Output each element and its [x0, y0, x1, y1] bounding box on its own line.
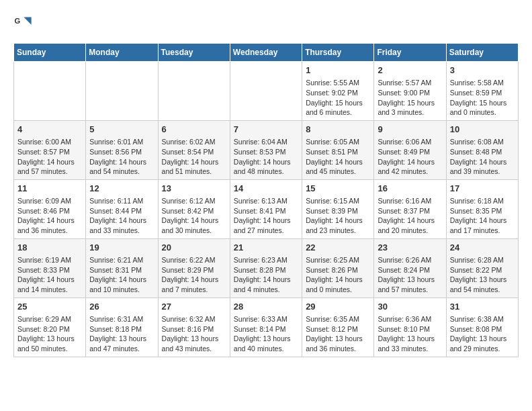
calendar-cell: 10Sunrise: 6:08 AM Sunset: 8:48 PM Dayli…: [446, 120, 518, 179]
weekday-header-friday: Friday: [374, 44, 446, 62]
day-number: 14: [234, 183, 298, 195]
calendar-cell: [14, 62, 86, 121]
calendar-cell: 23Sunrise: 6:26 AM Sunset: 8:24 PM Dayli…: [374, 238, 446, 298]
day-info: Sunrise: 6:21 AM Sunset: 8:31 PM Dayligh…: [89, 255, 154, 295]
weekday-header-saturday: Saturday: [446, 44, 518, 62]
calendar-cell: 3Sunrise: 5:58 AM Sunset: 8:59 PM Daylig…: [446, 62, 518, 121]
calendar-week-row: 25Sunrise: 6:29 AM Sunset: 8:20 PM Dayli…: [14, 298, 519, 357]
day-number: 1: [306, 64, 370, 77]
day-number: 11: [17, 183, 82, 195]
day-number: 22: [306, 242, 370, 254]
day-info: Sunrise: 6:18 AM Sunset: 8:35 PM Dayligh…: [450, 196, 515, 236]
day-number: 23: [378, 242, 442, 254]
day-number: 8: [306, 124, 370, 136]
calendar-week-row: 11Sunrise: 6:09 AM Sunset: 8:46 PM Dayli…: [14, 179, 519, 238]
weekday-header-wednesday: Wednesday: [230, 44, 302, 62]
day-info: Sunrise: 6:13 AM Sunset: 8:41 PM Dayligh…: [234, 196, 298, 236]
day-number: 26: [89, 301, 154, 313]
day-info: Sunrise: 6:28 AM Sunset: 8:22 PM Dayligh…: [450, 255, 515, 295]
weekday-header-monday: Monday: [86, 44, 158, 62]
weekday-header-thursday: Thursday: [302, 44, 374, 62]
calendar-cell: 7Sunrise: 6:04 AM Sunset: 8:53 PM Daylig…: [230, 120, 302, 179]
day-info: Sunrise: 6:25 AM Sunset: 8:26 PM Dayligh…: [306, 255, 370, 295]
day-number: 7: [234, 124, 298, 136]
day-number: 24: [450, 242, 515, 254]
weekday-header-tuesday: Tuesday: [158, 44, 230, 62]
calendar-cell: 8Sunrise: 6:05 AM Sunset: 8:51 PM Daylig…: [302, 120, 374, 179]
day-info: Sunrise: 6:16 AM Sunset: 8:37 PM Dayligh…: [378, 196, 442, 236]
logo: G: [13, 13, 35, 32]
day-info: Sunrise: 6:09 AM Sunset: 8:46 PM Dayligh…: [17, 196, 82, 236]
svg-text:G: G: [14, 17, 20, 25]
day-info: Sunrise: 6:31 AM Sunset: 8:18 PM Dayligh…: [89, 314, 154, 354]
calendar-cell: 5Sunrise: 6:01 AM Sunset: 8:56 PM Daylig…: [86, 120, 158, 179]
day-info: Sunrise: 6:12 AM Sunset: 8:42 PM Dayligh…: [162, 196, 226, 236]
calendar-cell: 11Sunrise: 6:09 AM Sunset: 8:46 PM Dayli…: [14, 179, 86, 238]
day-number: 18: [17, 242, 82, 254]
calendar-cell: 26Sunrise: 6:31 AM Sunset: 8:18 PM Dayli…: [86, 298, 158, 357]
day-number: 3: [450, 64, 515, 77]
day-info: Sunrise: 6:00 AM Sunset: 8:57 PM Dayligh…: [17, 137, 82, 177]
day-number: 4: [17, 124, 82, 136]
calendar-cell: 21Sunrise: 6:23 AM Sunset: 8:28 PM Dayli…: [230, 238, 302, 298]
calendar-cell: 31Sunrise: 6:38 AM Sunset: 8:08 PM Dayli…: [446, 298, 518, 357]
calendar-cell: 12Sunrise: 6:11 AM Sunset: 8:44 PM Dayli…: [86, 179, 158, 238]
day-number: 6: [162, 124, 226, 136]
page-header: G: [13, 13, 519, 32]
calendar-cell: 30Sunrise: 6:36 AM Sunset: 8:10 PM Dayli…: [374, 298, 446, 357]
day-number: 27: [162, 301, 226, 313]
day-info: Sunrise: 6:06 AM Sunset: 8:49 PM Dayligh…: [378, 137, 442, 177]
svg-marker-1: [24, 17, 31, 25]
day-info: Sunrise: 6:15 AM Sunset: 8:39 PM Dayligh…: [306, 196, 370, 236]
day-number: 29: [306, 301, 370, 313]
calendar-cell: 9Sunrise: 6:06 AM Sunset: 8:49 PM Daylig…: [374, 120, 446, 179]
calendar-cell: 20Sunrise: 6:22 AM Sunset: 8:29 PM Dayli…: [158, 238, 230, 298]
day-number: 10: [450, 124, 515, 136]
day-info: Sunrise: 6:35 AM Sunset: 8:12 PM Dayligh…: [306, 314, 370, 354]
day-number: 19: [89, 242, 154, 254]
day-number: 30: [378, 301, 442, 313]
day-number: 16: [378, 183, 442, 195]
day-info: Sunrise: 6:22 AM Sunset: 8:29 PM Dayligh…: [162, 255, 226, 295]
calendar-cell: 14Sunrise: 6:13 AM Sunset: 8:41 PM Dayli…: [230, 179, 302, 238]
day-info: Sunrise: 6:29 AM Sunset: 8:20 PM Dayligh…: [17, 314, 82, 354]
calendar-cell: 4Sunrise: 6:00 AM Sunset: 8:57 PM Daylig…: [14, 120, 86, 179]
calendar-cell: [158, 62, 230, 121]
day-info: Sunrise: 5:57 AM Sunset: 9:00 PM Dayligh…: [378, 78, 442, 118]
day-info: Sunrise: 6:01 AM Sunset: 8:56 PM Dayligh…: [89, 137, 154, 177]
day-number: 13: [162, 183, 226, 195]
day-info: Sunrise: 6:32 AM Sunset: 8:16 PM Dayligh…: [162, 314, 226, 354]
day-info: Sunrise: 5:55 AM Sunset: 9:02 PM Dayligh…: [306, 78, 370, 118]
weekday-header-row: SundayMondayTuesdayWednesdayThursdayFrid…: [14, 44, 519, 62]
calendar-cell: 18Sunrise: 6:19 AM Sunset: 8:33 PM Dayli…: [14, 238, 86, 298]
day-number: 2: [378, 64, 442, 77]
day-info: Sunrise: 6:11 AM Sunset: 8:44 PM Dayligh…: [89, 196, 154, 236]
calendar-cell: 28Sunrise: 6:33 AM Sunset: 8:14 PM Dayli…: [230, 298, 302, 357]
day-info: Sunrise: 6:04 AM Sunset: 8:53 PM Dayligh…: [234, 137, 298, 177]
day-info: Sunrise: 6:05 AM Sunset: 8:51 PM Dayligh…: [306, 137, 370, 177]
logo-icon: G: [13, 13, 32, 32]
day-info: Sunrise: 5:58 AM Sunset: 8:59 PM Dayligh…: [450, 78, 515, 118]
calendar-cell: 24Sunrise: 6:28 AM Sunset: 8:22 PM Dayli…: [446, 238, 518, 298]
day-number: 12: [89, 183, 154, 195]
day-info: Sunrise: 6:23 AM Sunset: 8:28 PM Dayligh…: [234, 255, 298, 295]
day-number: 20: [162, 242, 226, 254]
calendar-cell: 25Sunrise: 6:29 AM Sunset: 8:20 PM Dayli…: [14, 298, 86, 357]
calendar-cell: 2Sunrise: 5:57 AM Sunset: 9:00 PM Daylig…: [374, 62, 446, 121]
calendar-cell: 17Sunrise: 6:18 AM Sunset: 8:35 PM Dayli…: [446, 179, 518, 238]
day-number: 28: [234, 301, 298, 313]
day-info: Sunrise: 6:08 AM Sunset: 8:48 PM Dayligh…: [450, 137, 515, 177]
day-info: Sunrise: 6:38 AM Sunset: 8:08 PM Dayligh…: [450, 314, 515, 354]
calendar-week-row: 1Sunrise: 5:55 AM Sunset: 9:02 PM Daylig…: [14, 62, 519, 121]
day-number: 9: [378, 124, 442, 136]
day-number: 15: [306, 183, 370, 195]
calendar-cell: 16Sunrise: 6:16 AM Sunset: 8:37 PM Dayli…: [374, 179, 446, 238]
calendar-cell: 15Sunrise: 6:15 AM Sunset: 8:39 PM Dayli…: [302, 179, 374, 238]
day-number: 25: [17, 301, 82, 313]
calendar-week-row: 18Sunrise: 6:19 AM Sunset: 8:33 PM Dayli…: [14, 238, 519, 298]
day-info: Sunrise: 6:36 AM Sunset: 8:10 PM Dayligh…: [378, 314, 442, 354]
weekday-header-sunday: Sunday: [14, 44, 86, 62]
calendar-table: SundayMondayTuesdayWednesdayThursdayFrid…: [13, 43, 519, 357]
calendar-week-row: 4Sunrise: 6:00 AM Sunset: 8:57 PM Daylig…: [14, 120, 519, 179]
calendar-cell: 13Sunrise: 6:12 AM Sunset: 8:42 PM Dayli…: [158, 179, 230, 238]
